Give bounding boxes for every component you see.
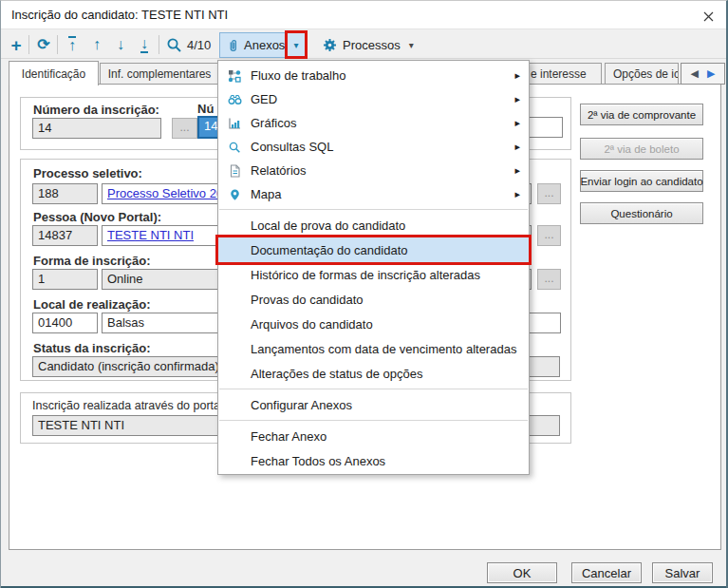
anexos-dropdown-menu: Fluxo de trabalho ▸ GED ▸ Gráficos (217, 60, 530, 475)
workflow-icon (226, 69, 243, 83)
menu-item-provas-do-candidato[interactable]: Provas do candidato (218, 287, 529, 312)
menu-item-historico-formas-inscricao[interactable]: Histórico de formas de inscrição alterad… (218, 262, 529, 287)
previous-record-button[interactable]: ↑ (85, 32, 108, 57)
chevron-down-icon: ▾ (409, 40, 414, 50)
forma-code-field[interactable]: 1 (32, 269, 98, 290)
magnifier-icon (226, 141, 243, 154)
forma-lookup-button[interactable]: ... (537, 269, 561, 290)
submenu-arrow-icon: ▸ (514, 164, 520, 177)
pessoa-code-field[interactable]: 14837 (32, 225, 98, 246)
down-arrow-icon: ↓ (117, 37, 124, 52)
anexos-label: Anexos (244, 38, 285, 52)
enviar-login-button[interactable]: Enviar login ao candidato (580, 170, 703, 192)
tab-scroller: ◀ ▶ (681, 63, 725, 85)
tab-identificacao[interactable]: Identificação (9, 61, 99, 85)
processo-lookup-button[interactable]: ... (537, 183, 561, 204)
document-icon (226, 164, 243, 178)
segunda-via-comprovante-button[interactable]: 2ª via de comprovante (580, 104, 703, 125)
numero2-label: Nú (197, 102, 214, 116)
menu-separator (219, 209, 528, 210)
record-counter: 4/10 (187, 38, 211, 52)
next-record-button[interactable]: ↓ (109, 32, 132, 57)
close-button[interactable] (700, 9, 717, 24)
numero-lookup-button[interactable]: ... (172, 118, 197, 139)
annotation-red-box (285, 30, 308, 59)
processo-seletivo-label: Processo seletivo: (33, 166, 142, 180)
processos-button[interactable]: Processos ▾ (315, 32, 421, 58)
anexos-button[interactable]: Anexos (220, 33, 286, 57)
last-record-button[interactable]: ↓ (133, 32, 156, 57)
menu-item-lancamentos-vencimento[interactable]: Lançamentos com data de vencimento alter… (218, 336, 529, 361)
menu-item-arquivos-do-candidato[interactable]: Arquivos do candidato (218, 312, 529, 336)
menu-item-mapa[interactable]: Mapa ▸ (218, 182, 529, 206)
binoculars-icon (226, 93, 243, 106)
menu-item-graficos[interactable]: Gráficos ▸ (218, 111, 529, 135)
ok-button[interactable]: OK (487, 562, 557, 583)
bar-chart-icon (226, 117, 243, 130)
menu-item-fluxo-de-trabalho[interactable]: Fluxo de trabalho ▸ (218, 64, 529, 87)
submenu-arrow-icon: ▸ (514, 117, 520, 129)
dialog-window: Inscrição do candidato: TESTE NTI NTI + … (0, 0, 728, 588)
status-inscricao-label: Status da inscrição: (33, 341, 151, 355)
tab-scroll-left-icon[interactable]: ◀ (691, 67, 699, 80)
pessoa-lookup-button[interactable]: ... (537, 225, 561, 246)
forma-inscricao-label: Forma de inscrição: (33, 254, 151, 268)
tab-opcoes-de-inscricao[interactable]: Opções de ic (605, 63, 679, 84)
toolbar: + ⟳ ↑ ↑ ↓ ↓ 4/10 Anexos ▾ (1, 29, 726, 59)
toolbar-separator (57, 35, 58, 54)
refresh-icon: ⟳ (37, 37, 49, 52)
segunda-via-boleto-button: 2ª via de boleto (580, 138, 703, 160)
submenu-arrow-icon: ▸ (514, 93, 520, 105)
menu-item-ged[interactable]: GED ▸ (218, 87, 529, 111)
menu-item-documentacao-do-candidato[interactable]: Documentação do candidato (218, 237, 529, 262)
refresh-button[interactable]: ⟳ (32, 32, 55, 57)
gear-icon (323, 38, 337, 52)
menu-item-consultas-sql[interactable]: Consultas SQL ▸ (218, 135, 529, 159)
add-record-button[interactable]: + (5, 32, 28, 57)
submenu-arrow-icon: ▸ (514, 69, 520, 82)
toolbar-separator (28, 35, 29, 54)
tab-inf-complementares[interactable]: Inf. complementares (100, 63, 219, 84)
tab-scroll-right-icon[interactable]: ▶ (707, 67, 715, 80)
processos-label: Processos (343, 38, 401, 52)
footer-bar: OK Cancelar Salvar (1, 550, 726, 586)
pessoa-link[interactable]: TESTE NTI NTI (107, 228, 194, 242)
search-button[interactable] (162, 32, 185, 57)
map-pin-icon (226, 188, 243, 201)
processo-seletivo-code-field[interactable]: 188 (32, 183, 98, 204)
menu-item-alteracoes-status-opcoes[interactable]: Alterações de status de opções (218, 361, 529, 386)
cancelar-button[interactable]: Cancelar (571, 562, 642, 583)
close-icon (703, 11, 714, 22)
last-record-icon: ↓ (140, 36, 148, 53)
title-bar: Inscrição do candidato: TESTE NTI NTI (1, 1, 726, 29)
numero-inscricao-field[interactable]: 14 (32, 118, 161, 139)
menu-item-configurar-anexos[interactable]: Configurar Anexos (218, 392, 529, 417)
menu-separator (219, 389, 528, 389)
submenu-arrow-icon: ▸ (514, 188, 520, 200)
questionario-button[interactable]: Questionário (580, 202, 703, 224)
up-arrow-icon: ↑ (93, 37, 101, 52)
local-realizacao-label: Local de realização: (33, 297, 151, 312)
paperclip-icon (227, 38, 239, 53)
menu-item-local-de-prova[interactable]: Local de prova do candidato (218, 213, 529, 237)
first-record-button[interactable]: ↑ (61, 32, 84, 57)
pessoa-label: Pessoa (Novo Portal): (33, 210, 161, 224)
menu-item-relatorios[interactable]: Relatórios ▸ (218, 159, 529, 182)
search-icon (166, 37, 182, 53)
submenu-arrow-icon: ▸ (514, 141, 520, 153)
first-record-icon: ↑ (68, 36, 76, 53)
window-title: Inscrição do candidato: TESTE NTI NTI (11, 8, 228, 22)
menu-item-fechar-anexo[interactable]: Fechar Anexo (218, 424, 529, 448)
salvar-button[interactable]: Salvar (652, 562, 713, 583)
plus-icon: + (10, 36, 21, 54)
menu-separator (219, 420, 528, 421)
menu-item-fechar-todos-anexos[interactable]: Fechar Todos os Anexos (218, 448, 529, 473)
toolbar-separator (159, 35, 159, 54)
local-code-field[interactable]: 01400 (32, 313, 98, 333)
numero-inscricao-label: Número da inscrição: (33, 103, 159, 117)
